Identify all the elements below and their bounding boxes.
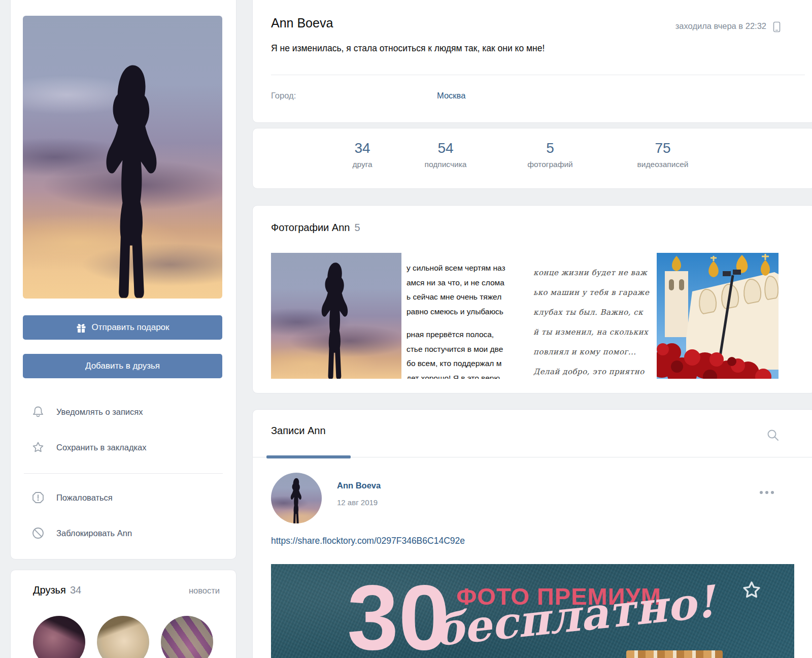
photos-count: 5 <box>354 222 360 233</box>
friends-count: 34 <box>70 584 81 596</box>
wall-active-tab-underline <box>266 455 351 458</box>
send-gift-button[interactable]: Отправить подарок <box>23 315 222 340</box>
counter-value: 75 <box>637 140 689 157</box>
menu-item-bookmark[interactable]: Сохранить в закладках <box>31 439 224 455</box>
block-icon <box>31 526 45 540</box>
quote-line: дет хорошо! Я в это верю <box>407 371 527 379</box>
silhouette-figure <box>95 58 171 299</box>
script-line: конце жизни будет не важ <box>533 263 654 283</box>
counter-followers[interactable]: 54 подписчика <box>425 140 467 169</box>
counter-videos[interactable]: 75 видеозаписей <box>637 140 689 169</box>
counter-label: фотографий <box>527 160 573 169</box>
photos-card: Фотографии Ann5 у сильной всем чертям на… <box>252 205 812 393</box>
script-line: Делай добро, это приятно <box>533 362 654 379</box>
bell-icon <box>31 405 45 419</box>
script-line: й ты изменил, на скольких <box>533 322 654 342</box>
counter-label: подписчика <box>425 160 467 169</box>
gift-icon <box>76 322 87 333</box>
quote-line: амся ни за что, и не слома <box>407 276 527 290</box>
photo-thumb-silhouette[interactable] <box>271 253 401 379</box>
profile-photo[interactable] <box>23 16 222 299</box>
add-friend-label: Добавить в друзья <box>85 361 160 371</box>
add-friend-button[interactable]: Добавить в друзья <box>23 354 222 378</box>
silhouette-figure <box>316 259 355 379</box>
menu-item-report[interactable]: Пожаловаться <box>31 489 224 506</box>
post-link-url[interactable]: https://share.flocktory.com/0297F346B6C1… <box>271 536 465 546</box>
photo-thumb-quote-text[interactable]: у сильной всем чертям наз амся ни за что… <box>402 253 527 379</box>
wall-section-title: Записи Ann <box>271 425 326 437</box>
photo-thumb-cathedral[interactable] <box>657 253 779 379</box>
script-line: повлиял и кому помог... <box>533 342 654 362</box>
quote-line: стье постучится в мои две <box>407 342 527 357</box>
search-icon[interactable] <box>766 428 780 442</box>
photos-section-title[interactable]: Фотографии Ann5 <box>271 222 360 234</box>
post-author-link[interactable]: Ann Boeva <box>337 481 381 490</box>
script-line: клубах ты был. Важно, ск <box>533 303 654 322</box>
friend-avatar[interactable] <box>97 616 149 658</box>
counter-value: 54 <box>425 140 467 157</box>
sidebar-divider <box>24 473 223 474</box>
last-seen-text: заходила вчера в 22:32 <box>675 21 766 31</box>
menu-item-block[interactable]: Заблокировать Ann <box>31 525 224 541</box>
counter-friends[interactable]: 34 друга <box>352 140 372 169</box>
counter-value: 5 <box>527 140 573 157</box>
friends-title: Друзья <box>33 584 66 596</box>
quote-line: равно смеюсь и улыбаюсь <box>407 305 527 319</box>
city-label: Город: <box>271 91 296 101</box>
post-banner-image[interactable]: 30 ФОТО ПРЕМИУМ бесплатно! <box>271 564 794 658</box>
counter-label: видеозаписей <box>637 160 689 169</box>
quote-line: ь сейчас мне очень тяжел <box>407 290 527 305</box>
friends-card: Друзья34 новости <box>10 570 236 658</box>
banner-photo-stack <box>626 650 723 658</box>
counter-photos[interactable]: 5 фотографий <box>527 140 573 169</box>
header-divider <box>271 75 805 75</box>
menu-item-notify[interactable]: Уведомлять о записях <box>31 404 224 420</box>
script-line: ько машин у тебя в гараже <box>533 283 654 303</box>
news-link[interactable]: новости <box>189 586 220 596</box>
counters-card: 34 друга 54 подписчика 5 фотографий 75 в… <box>252 128 812 189</box>
menu-item-label: Пожаловаться <box>56 493 113 503</box>
send-gift-label: Отправить подарок <box>91 322 169 333</box>
menu-item-label: Уведомлять о записях <box>56 407 143 417</box>
post-actions-menu-icon[interactable] <box>760 491 774 494</box>
city-link[interactable]: Москва <box>437 91 465 101</box>
friend-avatar[interactable] <box>161 616 213 658</box>
friend-avatar[interactable] <box>33 616 85 658</box>
profile-header-card: Ann Boeva заходила вчера в 22:32 Я не из… <box>252 0 812 123</box>
silhouette-figure <box>288 477 304 523</box>
banner-star-icon <box>740 579 763 602</box>
status-text: Я не изменилась, я стала относиться к лю… <box>271 43 545 54</box>
counter-label: друга <box>352 160 372 169</box>
quote-line: бо всем, кто поддержал м <box>407 356 527 371</box>
vk-profile-page: Отправить подарок Добавить в друзья Увед… <box>0 0 812 658</box>
cathedral-image <box>657 253 779 379</box>
mobile-phone-icon <box>773 21 781 32</box>
post-date-link[interactable]: 12 авг 2019 <box>337 498 378 507</box>
profile-sidebar-card: Отправить подарок Добавить в друзья Увед… <box>10 0 236 560</box>
photo-thumb-handwritten-text[interactable]: конце жизни будет не важ ько машин у теб… <box>528 253 654 379</box>
profile-name: Ann Boeva <box>271 16 333 30</box>
wall-card: Записи Ann Ann Boeva 12 авг 2019 https:/… <box>252 409 812 658</box>
star-icon <box>31 440 45 454</box>
menu-item-label: Сохранить в закладках <box>56 443 147 452</box>
post-author-avatar[interactable] <box>271 473 322 523</box>
counter-value: 34 <box>352 140 372 157</box>
menu-item-label: Заблокировать Ann <box>56 529 132 538</box>
photos-title: Фотографии Ann <box>271 222 350 233</box>
quote-line: рная прервётся полоса, <box>407 327 527 342</box>
report-icon <box>31 490 45 505</box>
quote-line: у сильной всем чертям наз <box>407 261 527 276</box>
friends-header-link[interactable]: Друзья34 <box>33 584 81 596</box>
